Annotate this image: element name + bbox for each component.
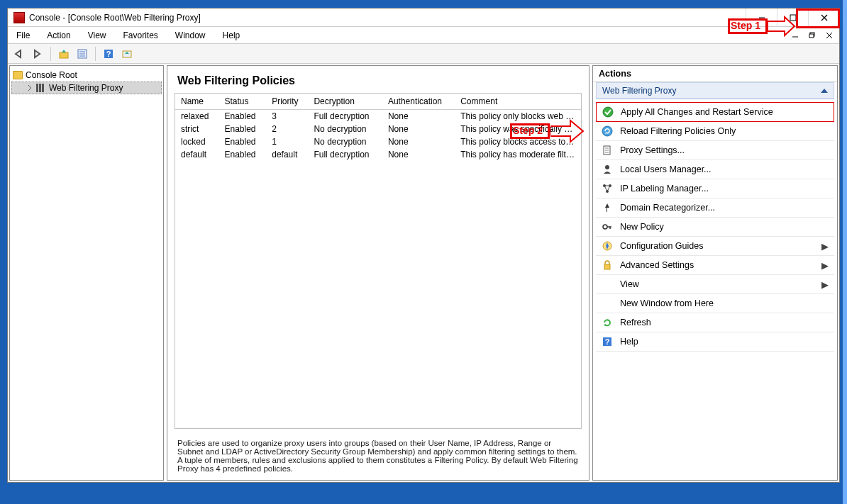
table-row[interactable]: relaxed Enabled 3 Full decryption None T… (175, 110, 581, 123)
mdi-restore-button[interactable] (805, 30, 819, 41)
tree-child-label: Web Filtering Proxy (49, 83, 123, 93)
mdi-close-button[interactable] (822, 30, 836, 41)
close-button[interactable] (808, 9, 839, 27)
action-view[interactable]: View ▶ (596, 275, 834, 294)
action-new-policy[interactable]: New Policy (596, 218, 834, 237)
menu-window[interactable]: Window (172, 29, 209, 42)
menu-file[interactable]: File (13, 29, 33, 42)
nav-forward-button[interactable] (29, 45, 46, 62)
cell: 1 (266, 135, 308, 148)
toolbar: ? (8, 44, 839, 64)
action-label: Advanced Settings (620, 260, 814, 270)
menu-favorites[interactable]: Favorites (121, 29, 161, 42)
proxy-icon (36, 84, 46, 92)
cell: No decryption (308, 135, 382, 148)
col-comment[interactable]: Comment (455, 94, 581, 110)
page-title: Web Filtering Policies (167, 66, 589, 93)
mdi-minimize-button[interactable] (788, 30, 802, 41)
cell: None (382, 135, 455, 148)
action-ip-labeling[interactable]: IP Labeling Manager... (596, 179, 834, 198)
col-decryption[interactable]: Decryption (308, 94, 382, 110)
annotation-step1-label: Step 1 (731, 20, 760, 31)
tree-root-console[interactable]: Console Root (11, 69, 162, 82)
annotation-step2-label: Step 2 (513, 125, 543, 136)
svg-point-21 (603, 107, 613, 117)
action-help[interactable]: ? Help (596, 332, 834, 352)
svg-text:?: ? (605, 337, 610, 346)
action-label: New Policy (620, 222, 829, 232)
tree-item-web-filtering-proxy[interactable]: Web Filtering Proxy (11, 82, 162, 94)
key-icon (602, 221, 613, 233)
mdi-controls (788, 27, 836, 44)
policies-description: Policies are used to organize proxy user… (167, 435, 589, 480)
action-configuration-guides[interactable]: Configuration Guides ▶ (596, 237, 834, 256)
svg-rect-6 (809, 34, 814, 38)
action-reload-policies[interactable]: Reload Filtering Policies Only (596, 122, 834, 141)
tree-pane: Console Root Web Filtering Proxy (9, 65, 164, 481)
action-domain-recategorizer[interactable]: Domain Recategorizer... (596, 198, 834, 218)
table-row[interactable]: locked Enabled 1 No decryption None This… (175, 135, 581, 148)
menu-action[interactable]: Action (44, 29, 73, 42)
cell: default (175, 148, 219, 161)
action-label: Proxy Settings... (620, 145, 829, 155)
col-authentication[interactable]: Authentication (382, 94, 455, 110)
lock-icon (602, 259, 613, 271)
maximize-button[interactable] (777, 9, 808, 27)
help-toolbar-button[interactable]: ? (100, 45, 117, 62)
cell: No decryption (308, 123, 382, 135)
cell: relaxed (175, 110, 219, 123)
refresh-circle-icon (602, 125, 613, 137)
action-refresh[interactable]: Refresh (596, 313, 834, 332)
cell: This policy has moderate filte... (455, 148, 581, 161)
svg-point-28 (605, 165, 609, 169)
col-status[interactable]: Status (219, 94, 267, 110)
action-proxy-settings[interactable]: Proxy Settings... (596, 141, 834, 160)
svg-marker-12 (62, 50, 66, 52)
col-priority[interactable]: Priority (266, 94, 308, 110)
svg-marker-35 (605, 203, 609, 212)
actions-group-label: Web Filtering Proxy (602, 86, 676, 96)
cell: strict (175, 123, 219, 135)
view-toolbar-button[interactable] (118, 45, 135, 62)
action-label: Configuration Guides (620, 241, 814, 251)
menu-view[interactable]: View (85, 29, 109, 42)
folder-icon (13, 71, 23, 79)
action-label: Domain Recategorizer... (620, 203, 829, 213)
action-label: IP Labeling Manager... (620, 184, 829, 194)
svg-text:?: ? (106, 50, 111, 58)
chevron-right-icon: ▶ (821, 241, 829, 252)
table-row[interactable]: default Enabled default Full decryption … (175, 148, 581, 161)
actions-group-header[interactable]: Web Filtering Proxy (596, 82, 834, 99)
cell: 3 (266, 110, 308, 123)
svg-marker-9 (16, 50, 21, 57)
expand-icon[interactable] (26, 84, 33, 91)
refresh-icon (602, 317, 613, 328)
desktop-scrollbar[interactable] (843, 0, 847, 504)
cell: Full decryption (308, 110, 382, 123)
action-local-users[interactable]: Local Users Manager... (596, 160, 834, 179)
cell: None (382, 123, 455, 135)
policies-grid: Name Status Priority Decryption Authenti… (175, 93, 582, 429)
action-apply-all-changes[interactable]: Apply All Changes and Restart Service (596, 102, 834, 122)
cell: This policy blocks access to a... (455, 135, 581, 148)
cell: Enabled (219, 110, 267, 123)
action-label: Help (620, 337, 829, 347)
col-name[interactable]: Name (175, 94, 219, 110)
svg-rect-41 (604, 264, 610, 269)
toolbar-separator (95, 47, 96, 61)
menu-help[interactable]: Help (220, 29, 243, 42)
nav-back-button[interactable] (11, 45, 28, 62)
cell: default (266, 148, 308, 161)
properties-button[interactable] (74, 45, 91, 62)
chevron-right-icon: ▶ (821, 260, 829, 271)
svg-rect-11 (60, 52, 68, 58)
up-folder-button[interactable] (55, 45, 72, 62)
action-advanced-settings[interactable]: Advanced Settings ▶ (596, 256, 834, 275)
svg-marker-10 (35, 50, 40, 57)
cell: Enabled (219, 148, 267, 161)
compass-icon (602, 240, 613, 252)
action-new-window[interactable]: New Window from Here (596, 294, 834, 313)
action-label: New Window from Here (620, 298, 829, 308)
action-label: Refresh (620, 318, 829, 327)
menu-bar: File Action View Favorites Window Help (8, 27, 839, 44)
